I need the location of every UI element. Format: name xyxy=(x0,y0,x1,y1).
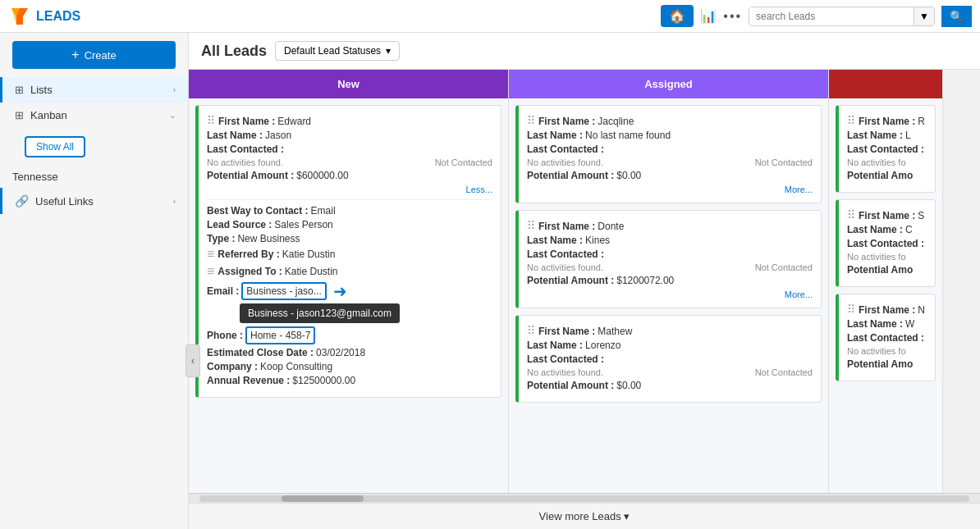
sidebar-item-lists[interactable]: ⊞ Lists › xyxy=(0,77,188,103)
email-tooltip: Business - jason123@gmail.com xyxy=(240,303,400,323)
arrow-indicator: ➜ xyxy=(333,281,347,301)
referred-by-label: Referred By : xyxy=(218,249,279,260)
kanban-column-assigned: Assigned ⠿ First Name : Jacqline Last Na… xyxy=(509,70,829,493)
content-area: All Leads Default Lead Statuses ▾ New ⠿ xyxy=(189,33,980,529)
content-header: All Leads Default Lead Statuses ▾ xyxy=(189,33,980,70)
drag-handle: ⠿ xyxy=(847,114,855,127)
link-icon: 🔗 xyxy=(15,194,29,207)
kanban-column-new: New ⠿ First Name : Edward Last Name : Ja… xyxy=(189,70,509,493)
referred-icon: ≡ xyxy=(207,247,214,262)
first-name-label: First Name : xyxy=(218,116,275,127)
close-date-value: 03/02/2018 xyxy=(316,347,365,358)
plus-icon: + xyxy=(71,48,79,62)
no-activities: No activities found. xyxy=(207,157,283,167)
phone-display: Home - 458-7 xyxy=(250,330,310,341)
phone-label: Phone : xyxy=(207,330,243,341)
drag-handle: ⠿ xyxy=(207,114,215,127)
status-dropdown-label: Default Lead Statuses xyxy=(284,45,381,57)
column-header-new: New xyxy=(189,70,508,98)
close-date-label: Estimated Close Date : xyxy=(207,347,314,358)
view-more-bar[interactable]: View more Leads ▾ xyxy=(189,503,980,529)
sidebar-collapse-button[interactable]: ‹ xyxy=(185,344,200,377)
sidebar-item-useful-links[interactable]: 🔗 Useful Links › xyxy=(0,188,188,214)
kanban-card-partial-2: ⠿ First Name : S Last Name : C Last Cont… xyxy=(836,199,936,287)
drag-handle: ⠿ xyxy=(527,324,535,337)
dropdown-icon: ▼ xyxy=(919,11,929,22)
email-tooltip-container: Business - jason123@gmail.com xyxy=(240,302,492,323)
kanban-label: Kanban xyxy=(30,109,169,121)
phone-field-box: Home - 458-7 xyxy=(245,326,315,344)
view-more-label: View more Leads ▾ xyxy=(539,510,630,522)
kanban-board: New ⠿ First Name : Edward Last Name : Ja… xyxy=(189,70,980,493)
drag-handle: ⠿ xyxy=(847,208,855,221)
sidebar: + Create ⊞ Lists › ⊞ Kanban ⌄ Show All T… xyxy=(0,33,189,529)
search-dropdown[interactable]: ▼ xyxy=(914,7,934,25)
drag-handle: ⠿ xyxy=(527,114,535,127)
last-name-value: Jason xyxy=(265,130,291,141)
last-contacted-label: Last Contacted : xyxy=(207,144,284,155)
kanban-card-edward: ⠿ First Name : Edward Last Name : Jason … xyxy=(195,105,501,398)
app-header: LEADS 🏠 📊 ••• ▼ 🔍 xyxy=(0,0,980,33)
tennesse-label: Tennesse xyxy=(0,166,188,188)
annual-revenue-label: Annual Revenue : xyxy=(207,375,290,386)
column-body-other: ⠿ First Name : R Last Name : L Last Cont… xyxy=(829,98,942,493)
best-way-value: Email xyxy=(311,205,336,217)
search-input[interactable] xyxy=(749,7,914,25)
create-label: Create xyxy=(85,49,117,62)
useful-links-label: Useful Links xyxy=(35,195,94,207)
card-divider xyxy=(207,199,492,200)
less-link[interactable]: Less... xyxy=(207,185,492,194)
horizontal-scrollbar[interactable] xyxy=(189,493,980,503)
assigned-to-value: Katie Dustin xyxy=(285,266,338,277)
show-all-button[interactable]: Show All xyxy=(25,136,85,157)
chart-button[interactable]: 📊 xyxy=(700,8,717,24)
status-dropdown-arrow: ▾ xyxy=(386,45,391,57)
contact-status: Not Contacted xyxy=(435,157,492,167)
lists-arrow: › xyxy=(173,85,176,94)
drag-handle: ⠿ xyxy=(527,219,535,232)
more-button[interactable]: ••• xyxy=(723,9,742,24)
more-link-2[interactable]: More... xyxy=(527,290,813,299)
email-field-box: Business - jaso... xyxy=(241,282,326,300)
column-body-new: ⠿ First Name : Edward Last Name : Jason … xyxy=(189,98,508,493)
email-label: Email : xyxy=(207,285,239,297)
column-body-assigned: ⠿ First Name : Jacqline Last Name : No l… xyxy=(509,98,828,493)
home-icon: 🏠 xyxy=(669,9,685,23)
first-name-value: Edward xyxy=(277,116,311,127)
last-name-label: Last Name : xyxy=(207,130,263,141)
more-link-1[interactable]: More... xyxy=(527,185,813,194)
kanban-card-mathew: ⠿ First Name : Mathew Last Name : Lorenz… xyxy=(515,315,822,403)
company-label: Company : xyxy=(207,361,258,372)
kanban-column-other: ⠿ First Name : R Last Name : L Last Cont… xyxy=(829,70,943,493)
search-icon: 🔍 xyxy=(950,10,964,23)
kanban-card-donte: ⠿ First Name : Donte Last Name : Kines L… xyxy=(515,210,822,308)
logo-icon xyxy=(8,5,31,28)
chart-icon: 📊 xyxy=(700,9,717,23)
lists-icon: ⊞ xyxy=(15,84,24,96)
company-value: Koop Consulting xyxy=(260,361,332,372)
kanban-card-partial-1: ⠿ First Name : R Last Name : L Last Cont… xyxy=(836,105,936,193)
create-button[interactable]: + Create xyxy=(12,41,176,69)
drag-handle: ⠿ xyxy=(847,303,855,316)
show-all-container: Show All xyxy=(0,128,188,166)
useful-links-arrow: › xyxy=(173,197,176,206)
status-dropdown[interactable]: Default Lead Statuses ▾ xyxy=(275,41,400,61)
kanban-arrow: ⌄ xyxy=(169,111,176,120)
lead-source-value: Sales Person xyxy=(274,219,332,230)
referred-by-value: Katie Dustin xyxy=(282,249,336,260)
lists-label: Lists xyxy=(30,84,173,96)
type-value: New Business xyxy=(237,233,300,244)
best-way-label: Best Way to Contact : xyxy=(207,205,309,217)
page-title: All Leads xyxy=(201,43,267,60)
type-label: Type : xyxy=(207,233,235,244)
assigned-to-label: Assigned To : xyxy=(218,266,282,277)
kanban-card-partial-3: ⠿ First Name : N Last Name : W Last Cont… xyxy=(836,294,936,381)
search-button[interactable]: 🔍 xyxy=(941,6,972,27)
more-icon: ••• xyxy=(723,9,742,23)
home-button[interactable]: 🏠 xyxy=(661,5,694,27)
email-display: Business - jaso... xyxy=(246,285,321,297)
column-header-other xyxy=(829,70,942,98)
sidebar-item-kanban[interactable]: ⊞ Kanban ⌄ xyxy=(0,103,188,128)
scroll-track[interactable] xyxy=(199,495,969,502)
scroll-thumb[interactable] xyxy=(282,495,364,502)
